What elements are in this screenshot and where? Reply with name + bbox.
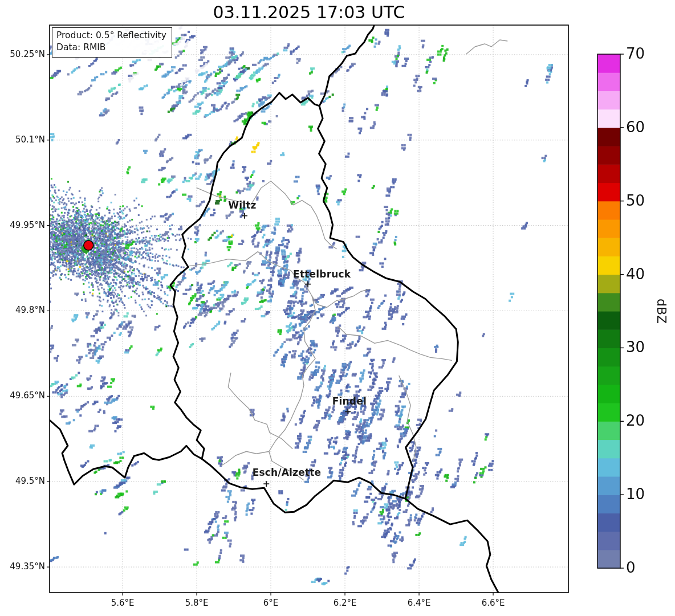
city-label-ettelbruck: Ettelbruck bbox=[293, 268, 351, 280]
city-label-wiltz: Wiltz bbox=[228, 199, 256, 211]
y-tick-label-2: 49.95°N bbox=[0, 220, 45, 230]
page-title: 03.11.2025 17:03 UTC bbox=[50, 2, 568, 22]
y-tick-label-3: 49.8°N bbox=[0, 305, 45, 315]
city-label-esch-alzette: Esch/Alzette bbox=[253, 467, 322, 479]
y-tick-label-4: 49.65°N bbox=[0, 390, 45, 401]
y-tick-label-6: 49.35°N bbox=[0, 561, 45, 572]
colorbar-tick-label-1: 10 bbox=[626, 486, 645, 503]
x-tick-label-2: 6°E bbox=[263, 598, 279, 608]
colorbar-tick-label-3: 30 bbox=[626, 338, 645, 356]
colorbar-tick-label-4: 40 bbox=[626, 266, 645, 283]
city-label-findel: Findel bbox=[332, 396, 367, 407]
product-annotation-box: Product: 0.5° Reflectivity Data: RMIB bbox=[52, 27, 172, 58]
colorbar-tick-label-0: 0 bbox=[626, 559, 636, 576]
radar-map-canvas bbox=[0, 0, 675, 616]
product-line: Product: 0.5° Reflectivity bbox=[56, 30, 166, 42]
colorbar-unit-label: dBZ bbox=[654, 299, 669, 324]
colorbar-tick-label-2: 20 bbox=[626, 412, 645, 429]
colorbar-tick-label-7: 70 bbox=[626, 45, 645, 62]
x-tick-label-0: 5.6°E bbox=[111, 598, 135, 608]
colorbar-tick-label-5: 50 bbox=[626, 192, 645, 209]
x-tick-label-5: 6.6°E bbox=[482, 598, 505, 608]
x-tick-label-1: 5.8°E bbox=[185, 598, 209, 608]
y-tick-label-5: 49.5°N bbox=[0, 476, 45, 486]
y-tick-label-1: 50.1°N bbox=[0, 134, 45, 145]
y-tick-label-0: 50.25°N bbox=[0, 49, 45, 59]
data-source-line: Data: RMIB bbox=[56, 42, 166, 54]
x-tick-label-4: 6.4°E bbox=[408, 598, 431, 608]
colorbar-tick-label-6: 60 bbox=[626, 119, 645, 136]
x-tick-label-3: 6.2°E bbox=[334, 598, 357, 608]
radar-figure: 03.11.2025 17:03 UTC Product: 0.5° Refle… bbox=[0, 0, 675, 616]
